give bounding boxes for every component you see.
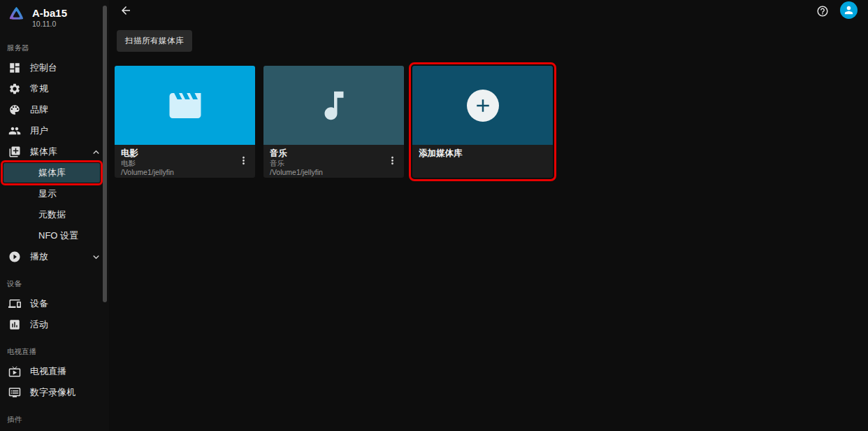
movies-card-info: 电影 电影 /Volume1/jellyfin [115, 145, 255, 178]
server-header: A-ba15 10.11.0 [0, 0, 109, 31]
sidebar-item-activity[interactable]: 活动 [0, 314, 109, 335]
sidebar-item-label: 活动 [30, 318, 48, 331]
card-title: 添加媒体库 [419, 148, 532, 159]
section-label-server: 服务器 [0, 43, 109, 52]
more-vert-icon[interactable] [238, 155, 249, 167]
sidebar-item-libraries[interactable]: 媒体库 [0, 141, 109, 162]
movies-card-image[interactable] [115, 66, 255, 145]
sidebar-item-label: 播放 [30, 250, 48, 263]
sidebar-subitem-label: 媒体库 [38, 167, 66, 179]
add-library-card: 添加媒体库 [412, 66, 553, 178]
help-icon[interactable] [816, 5, 829, 17]
sidebar-item-dvr[interactable]: 数字录像机 [0, 382, 109, 403]
devices-icon [8, 297, 21, 310]
main-content: 扫描所有媒体库 电影 电影 /Volume1/jellyfin [109, 0, 868, 431]
palette-icon [8, 104, 21, 116]
movie-icon [166, 87, 204, 125]
add-library-card-info: 添加媒体库 [412, 145, 553, 178]
chevron-down-icon [90, 251, 102, 263]
sidebar-item-users[interactable]: 用户 [0, 120, 109, 141]
sidebar-item-label: 媒体库 [30, 146, 57, 158]
sidebar-item-branding[interactable]: 品牌 [0, 99, 109, 120]
add-circle [467, 90, 499, 122]
library-cards: 电影 电影 /Volume1/jellyfin 音乐 音乐 /Volume1/j… [115, 66, 868, 178]
library-card-music: 音乐 音乐 /Volume1/jellyfin [263, 66, 404, 178]
person-icon [843, 4, 855, 16]
chevron-up-icon [90, 146, 102, 158]
back-arrow-icon[interactable] [120, 4, 132, 17]
sidebar-item-playback[interactable]: 播放 [0, 246, 109, 267]
sidebar: A-ba15 10.11.0 服务器 控制台 常规 品牌 用户 媒体库 [0, 0, 109, 431]
topbar [109, 0, 868, 21]
dashboard-icon [8, 62, 21, 74]
section-label-live-tv: 电视直播 [0, 346, 109, 356]
sidebar-item-label: 常规 [30, 83, 48, 95]
live-tv-icon [8, 365, 21, 378]
users-icon [8, 125, 21, 137]
sidebar-subitem-label: NFO 设置 [38, 229, 78, 242]
sidebar-item-devices[interactable]: 设备 [0, 293, 109, 314]
card-title: 电影 [121, 148, 234, 159]
sidebar-subitem-display[interactable]: 显示 [0, 183, 109, 204]
card-path: /Volume1/jellyfin [121, 168, 234, 177]
library-add-icon [8, 146, 21, 158]
settings-gear-icon [8, 83, 21, 95]
sidebar-item-live-tv[interactable]: 电视直播 [0, 361, 109, 382]
sidebar-scrollbar[interactable] [103, 6, 107, 302]
sidebar-subitem-libraries[interactable]: 媒体库 [3, 163, 100, 183]
playback-icon [8, 250, 21, 263]
card-subtitle: 音乐 [270, 159, 383, 168]
sidebar-subitem-nfo-settings[interactable]: NFO 设置 [0, 225, 109, 246]
scan-all-libraries-button[interactable]: 扫描所有媒体库 [117, 30, 192, 52]
card-subtitle: 电影 [121, 159, 234, 168]
sidebar-subitem-label: 元数据 [38, 209, 66, 221]
add-plus-icon [472, 95, 493, 116]
sidebar-subitem-metadata[interactable]: 元数据 [0, 204, 109, 225]
music-card-image[interactable] [263, 66, 404, 145]
jellyfin-logo-icon [7, 5, 26, 24]
sidebar-item-label: 数字录像机 [30, 386, 75, 399]
library-card-movies: 电影 电影 /Volume1/jellyfin [115, 66, 255, 178]
sidebar-item-label: 设备 [30, 297, 48, 310]
sidebar-item-label: 用户 [30, 125, 48, 137]
section-label-plugins: 插件 [0, 414, 109, 424]
sidebar-item-label: 品牌 [30, 104, 48, 116]
sidebar-item-label: 控制台 [30, 62, 57, 74]
section-label-devices: 设备 [0, 278, 109, 288]
sidebar-item-dashboard[interactable]: 控制台 [0, 57, 109, 78]
activity-chart-icon [8, 318, 21, 331]
sidebar-item-label: 电视直播 [30, 365, 66, 378]
card-title: 音乐 [270, 148, 383, 159]
music-note-icon [315, 87, 353, 125]
more-vert-icon[interactable] [386, 155, 398, 167]
server-version: 10.11.0 [32, 20, 67, 29]
sidebar-subitem-label: 显示 [38, 188, 57, 200]
card-path: /Volume1/jellyfin [270, 168, 383, 177]
music-card-info: 音乐 音乐 /Volume1/jellyfin [263, 145, 404, 178]
dvr-icon [8, 386, 21, 399]
user-avatar[interactable] [840, 1, 858, 19]
server-name: A-ba15 [32, 5, 67, 20]
add-library-card-image[interactable] [412, 66, 553, 145]
sidebar-item-general[interactable]: 常规 [0, 78, 109, 99]
